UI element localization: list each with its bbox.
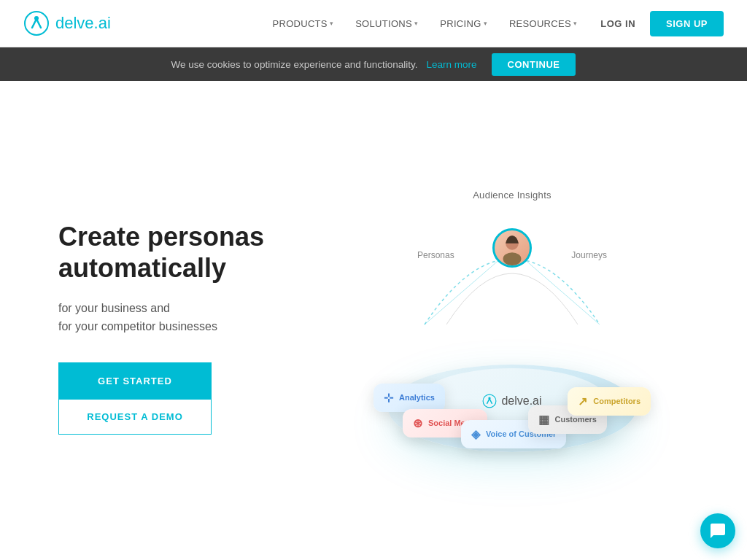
svg-point-1 <box>34 16 39 20</box>
customers-icon: ▦ <box>538 413 549 427</box>
customers-label: Customers <box>555 415 597 424</box>
hero-left: Create personas automatically for your b… <box>58 221 336 435</box>
analytics-label: Analytics <box>399 393 435 402</box>
platform-logo-icon <box>482 394 497 408</box>
hero-subtitle: for your business and for your competito… <box>58 299 336 336</box>
logo[interactable]: delve.ai <box>23 10 111 36</box>
avatar <box>492 228 532 268</box>
analytics-card: ⊹ Analytics <box>374 384 445 412</box>
cookie-message: We use cookies to optimize experience an… <box>171 59 418 70</box>
login-button[interactable]: LOG IN <box>590 12 646 35</box>
hero-cta: GET STARTED REQUEST A DEMO <box>58 362 212 435</box>
social-icon: ⊛ <box>413 416 422 430</box>
competitors-icon: ↗ <box>578 394 587 408</box>
request-demo-button[interactable]: REQUEST A DEMO <box>58 399 212 435</box>
continue-button[interactable]: CONTINUE <box>492 53 576 76</box>
arc-container: Personas Journeys <box>410 208 614 354</box>
analytics-icon: ⊹ <box>384 391 393 405</box>
nav-solutions[interactable]: SOLUTIONS ▾ <box>347 12 427 35</box>
audience-label: Audience Insights <box>473 190 551 201</box>
chat-icon <box>709 522 727 540</box>
svg-point-6 <box>484 394 497 408</box>
cookie-banner: We use cookies to optimize experience an… <box>0 47 747 81</box>
avatar-icon <box>495 228 530 268</box>
hero-title: Create personas automatically <box>58 221 336 284</box>
nav-products[interactable]: PRODUCTS ▾ <box>263 12 342 35</box>
svg-point-0 <box>25 12 48 35</box>
nav-pricing[interactable]: PRICING ▾ <box>431 12 496 35</box>
illustration-container: Audience Insights Personas <box>359 175 665 481</box>
chevron-down-icon: ▾ <box>573 20 577 27</box>
hero-illustration: Audience Insights Personas <box>336 125 689 531</box>
signup-button[interactable]: SIGN UP <box>650 11 724 36</box>
svg-point-5 <box>503 252 522 265</box>
competitors-label: Competitors <box>593 397 640 405</box>
chevron-down-icon: ▾ <box>414 20 418 27</box>
navbar: delve.ai PRODUCTS ▾ SOLUTIONS ▾ PRICING … <box>0 0 747 47</box>
personas-label: Personas <box>417 250 454 260</box>
journeys-label: Journeys <box>571 250 607 260</box>
nav-resources[interactable]: RESOURCES ▾ <box>500 12 586 35</box>
svg-point-7 <box>489 397 491 399</box>
competitors-card: ↗ Competitors <box>568 387 651 416</box>
audience-insights-area: Audience Insights Personas <box>410 190 614 354</box>
chat-button[interactable] <box>700 513 735 548</box>
chevron-down-icon: ▾ <box>484 20 487 27</box>
get-started-button[interactable]: GET STARTED <box>58 362 212 400</box>
nav-links: PRODUCTS ▾ SOLUTIONS ▾ PRICING ▾ RESOURC… <box>263 11 724 36</box>
voice-icon: ◈ <box>471 427 480 441</box>
chevron-down-icon: ▾ <box>330 20 333 27</box>
learn-more-link[interactable]: Learn more <box>427 59 477 70</box>
hero-section: Create personas automatically for your b… <box>0 81 747 560</box>
brand-name: delve.ai <box>55 14 111 33</box>
logo-icon <box>23 10 50 36</box>
